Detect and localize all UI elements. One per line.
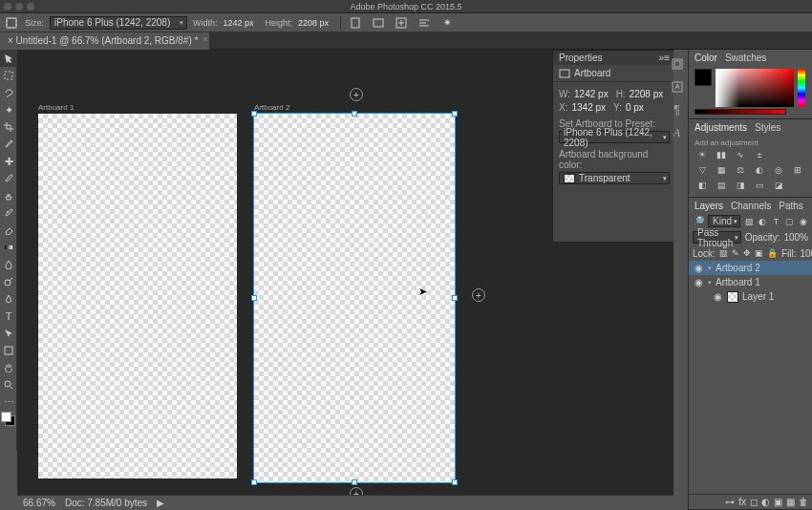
pen-tool[interactable] [0, 290, 17, 308]
align-button[interactable] [416, 15, 433, 31]
width-value[interactable]: 1242 px [224, 18, 254, 28]
layer-row-layer1[interactable]: ◉ Layer 1 [689, 289, 812, 304]
filter-pixel-icon[interactable]: ▧ [744, 216, 754, 227]
zoom-level[interactable]: 66.67% [23, 498, 55, 508]
orientation-portrait-button[interactable] [347, 15, 364, 31]
hue-slider[interactable] [798, 69, 805, 107]
clone-stamp-tool[interactable] [0, 187, 17, 204]
swatches-tab[interactable]: Swatches [725, 53, 766, 65]
preset-dropdown[interactable]: iPhone 6 Plus (1242, 2208) [559, 131, 670, 143]
filter-type-icon[interactable]: T [771, 216, 780, 227]
artboard-1-container[interactable]: Artboard 1 [38, 103, 237, 478]
zoom-tool[interactable] [0, 376, 17, 393]
history-panel-icon[interactable] [669, 55, 686, 73]
blend-mode-dropdown[interactable]: Pass Through [693, 231, 741, 244]
exposure-icon[interactable]: ± [752, 149, 767, 160]
styles-tab[interactable]: Styles [755, 122, 780, 135]
expand-icon[interactable]: ▾ [708, 265, 712, 272]
curves-icon[interactable]: ∿ [733, 149, 748, 160]
layer-row-artboard2[interactable]: ◉ ▾ Artboard 2 [689, 261, 812, 275]
x-value[interactable]: 1342 px [571, 102, 606, 113]
dodge-tool[interactable] [0, 273, 17, 290]
visibility-toggle-icon[interactable]: ◉ [693, 277, 704, 287]
bw-icon[interactable]: ◐ [752, 164, 767, 176]
posterize-icon[interactable]: ▤ [714, 180, 729, 191]
settings-gear-icon[interactable]: ✷ [438, 15, 456, 31]
zoom-window-button[interactable] [27, 3, 34, 11]
orientation-landscape-button[interactable] [370, 15, 387, 31]
adjustments-tab[interactable]: Adjustments [694, 122, 747, 135]
magic-wand-tool[interactable]: ✦ [0, 101, 17, 118]
hue-sat-icon[interactable]: ▦ [714, 164, 729, 176]
paragraph-panel-icon[interactable]: ¶ [669, 101, 686, 118]
blur-tool[interactable] [0, 256, 17, 273]
delete-layer-icon[interactable]: 🗑 [799, 497, 808, 507]
add-artboard-button[interactable] [393, 15, 410, 31]
layer-row-artboard1[interactable]: ◉ ▾ Artboard 1 [689, 275, 812, 289]
shape-tool[interactable] [0, 342, 17, 359]
paths-tab[interactable]: Paths [779, 201, 803, 213]
size-preset-dropdown[interactable]: iPhone 6 Plus (1242, 2208) [50, 16, 187, 30]
lock-all-icon[interactable]: 🔒 [767, 247, 778, 259]
color-tab[interactable]: Color [694, 53, 717, 65]
resize-handle[interactable] [452, 111, 458, 117]
brightness-icon[interactable]: ☀ [694, 149, 710, 160]
glyphs-panel-icon[interactable]: A [669, 124, 686, 141]
close-window-button[interactable] [4, 3, 11, 11]
selective-color-icon[interactable]: ◪ [771, 180, 786, 191]
move-tool[interactable] [0, 50, 17, 67]
color-swatch[interactable] [694, 69, 712, 86]
invert-icon[interactable]: ◧ [694, 180, 710, 191]
path-selection-tool[interactable] [0, 325, 17, 342]
artboard-1[interactable] [38, 114, 237, 478]
healing-brush-tool[interactable]: ✚ [0, 153, 17, 170]
w-value[interactable]: 1242 px [574, 89, 609, 99]
status-arrow-icon[interactable]: ▶ [157, 498, 164, 508]
lock-transparency-icon[interactable]: ▧ [719, 247, 728, 259]
layer-filter-kind[interactable]: Kind [708, 215, 740, 227]
photo-filter-icon[interactable]: ◎ [771, 164, 786, 176]
edit-toolbar-button[interactable]: ⋯ [0, 393, 17, 411]
add-artboard-right-button[interactable]: + [472, 288, 485, 302]
resize-handle[interactable] [352, 111, 357, 117]
resize-handle[interactable] [452, 479, 458, 485]
h-value[interactable]: 2208 px [630, 89, 664, 99]
artboard-2-container[interactable]: Artboard 2 ➤ [254, 103, 455, 482]
marquee-tool[interactable] [0, 67, 17, 84]
layer-name[interactable]: Artboard 1 [716, 277, 760, 287]
new-fill-icon[interactable]: ◐ [761, 497, 770, 507]
eyedropper-tool[interactable] [0, 136, 17, 153]
bgcolor-dropdown[interactable]: Transparent [559, 172, 670, 184]
levels-icon[interactable]: ▮▮ [714, 149, 729, 160]
eraser-tool[interactable] [0, 222, 17, 239]
link-layers-icon[interactable]: ⊶ [725, 497, 735, 507]
layer-fx-icon[interactable]: fx [738, 497, 746, 507]
add-artboard-top-button[interactable]: + [350, 88, 363, 101]
canvas-area[interactable]: Artboard 1 Artboard 2 ➤ + + + Properties [17, 50, 673, 510]
foreground-color-swatch[interactable] [1, 412, 11, 422]
resize-handle[interactable] [251, 479, 257, 485]
character-panel-icon[interactable] [669, 78, 686, 96]
lock-artboard-icon[interactable]: ▣ [755, 247, 763, 259]
visibility-toggle-icon[interactable]: ◉ [712, 291, 723, 302]
foreground-background-colors[interactable] [0, 411, 17, 432]
visibility-toggle-icon[interactable]: ◉ [693, 263, 704, 273]
artboard-1-label[interactable]: Artboard 1 [38, 103, 237, 112]
gradient-tool[interactable] [0, 239, 17, 256]
type-tool[interactable]: T [0, 308, 17, 325]
gradient-map-icon[interactable]: ▭ [752, 180, 767, 191]
color-field[interactable] [716, 69, 794, 107]
properties-tab[interactable]: Properties [559, 53, 603, 63]
height-value[interactable]: 2208 px [298, 18, 329, 28]
minimize-window-button[interactable] [15, 3, 23, 11]
expand-icon[interactable]: ▾ [708, 279, 712, 287]
vibrance-icon[interactable]: ▽ [694, 164, 710, 176]
resize-handle[interactable] [352, 479, 357, 485]
document-tab[interactable]: × Untitled-1 @ 66.7% (Artboard 2, RGB/8#… [0, 32, 209, 50]
filter-smart-icon[interactable]: ◉ [799, 216, 808, 227]
resize-handle[interactable] [452, 295, 458, 301]
lasso-tool[interactable] [0, 84, 17, 101]
doc-size[interactable]: Doc: 7.85M/0 bytes [65, 498, 147, 508]
history-brush-tool[interactable] [0, 204, 17, 222]
lock-image-icon[interactable]: ✎ [732, 247, 739, 259]
